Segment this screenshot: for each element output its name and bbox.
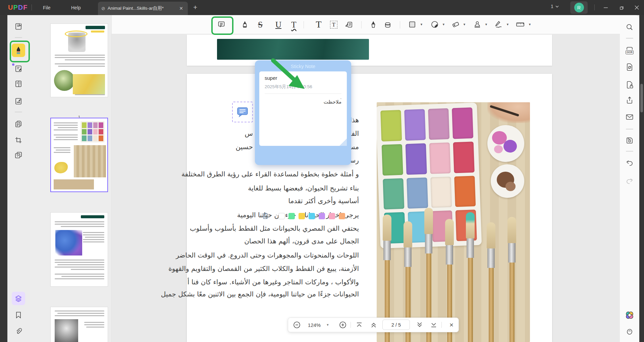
thumbnail-page-1[interactable]	[50, 23, 108, 97]
sidebar-item-crop[interactable]	[12, 133, 25, 147]
close-bar-button[interactable]: ✕	[449, 322, 453, 328]
sidebar-item-fill-sign[interactable]	[12, 95, 25, 108]
thumb2-palette	[80, 121, 105, 142]
minimize-button[interactable]	[598, 0, 613, 15]
panel-toggle-icon[interactable]	[623, 326, 636, 338]
sidebar-divider	[15, 37, 22, 38]
titlebar-divider	[594, 4, 595, 10]
protect-icon[interactable]	[623, 78, 636, 91]
menu-file[interactable]: File	[38, 0, 55, 15]
new-tab-button[interactable]: +	[193, 3, 197, 11]
chevron-down-icon	[555, 5, 559, 8]
note-color-swatch[interactable]	[278, 213, 285, 219]
paint-swatch	[452, 107, 473, 139]
zoom-level: 124%	[308, 322, 321, 328]
note-color-swatch[interactable]	[319, 213, 325, 219]
paint-swatch	[380, 110, 402, 141]
title-bar: UPDF File Help ⊘ Animal Paint...Skills-a…	[0, 0, 644, 15]
first-page-button[interactable]	[356, 322, 363, 328]
zoom-dropdown[interactable]: ▼	[326, 323, 329, 327]
shapes-tool[interactable]	[406, 18, 419, 31]
sidebar-item-bookmark[interactable]	[12, 308, 25, 322]
tag-tool[interactable]	[449, 18, 462, 31]
squiggly-underline-tool[interactable]: T	[287, 18, 301, 31]
window-right-edge	[639, 15, 644, 342]
avatar: R	[574, 3, 584, 12]
text-comment-tool[interactable]: T	[312, 18, 325, 31]
sticky-note-annotation[interactable]	[232, 102, 253, 122]
text-box-tool[interactable]: T	[327, 18, 340, 31]
note-color-swatch[interactable]	[288, 213, 295, 219]
sidebar-item-annotation-list[interactable]	[12, 292, 25, 305]
tag-dropdown[interactable]: ▼	[463, 23, 466, 26]
doc-text-line: و أمثلة خطوة بخطوة لمساعدة القراء على رؤ…	[181, 170, 359, 178]
sidebar-divider	[626, 38, 633, 39]
stamp-tool[interactable]	[471, 18, 484, 31]
restore-button[interactable]	[614, 0, 629, 15]
signature-dropdown[interactable]: ▼	[506, 23, 509, 26]
email-icon[interactable]	[623, 111, 636, 123]
sticker-dropdown[interactable]: ▼	[442, 23, 445, 26]
paint-swatch	[430, 176, 452, 208]
note-color-swatch[interactable]	[299, 213, 305, 219]
sidebar-divider	[626, 129, 633, 129]
text-callout-tool[interactable]	[342, 18, 356, 31]
page-number-box[interactable]: 2 / 5	[382, 320, 410, 330]
note-color-swatch[interactable]	[339, 213, 345, 219]
search-icon[interactable]	[623, 21, 636, 34]
note-color-swatch[interactable]	[329, 213, 335, 219]
round-palette-2	[491, 164, 524, 198]
document-tab[interactable]: ⊘ Animal Paint...Skills-ar自用* ✕	[98, 2, 188, 15]
sidebar-item-reader[interactable]	[12, 20, 25, 33]
measure-dropdown[interactable]: ▼	[528, 23, 531, 26]
thumbnail-page-3[interactable]	[50, 212, 108, 287]
tab-title: Animal Paint...Skills-ar自用*	[108, 5, 176, 11]
next-page-button[interactable]	[416, 322, 423, 328]
previous-page-button[interactable]	[370, 322, 377, 328]
paintbrush-photo	[377, 102, 530, 342]
eraser-tool[interactable]	[381, 18, 394, 31]
sidebar-item-page-tools[interactable]	[12, 117, 25, 131]
share-icon[interactable]	[623, 94, 636, 107]
redo-icon[interactable]	[623, 175, 636, 187]
doc-text-line: الحيوانات جزءًا من حياتنا اليومية، فإن ا…	[161, 290, 359, 298]
ai-assistant-icon[interactable]	[623, 309, 636, 322]
zoom-out-button[interactable]	[293, 321, 301, 329]
save-icon[interactable]	[623, 134, 636, 147]
doc-text-line: هذا	[350, 116, 359, 124]
delete-note-button[interactable]	[262, 212, 269, 220]
undo-icon[interactable]	[623, 157, 636, 169]
account-button[interactable]: R	[570, 1, 588, 14]
hand-with-brush	[487, 102, 530, 123]
stamp-dropdown[interactable]: ▼	[485, 23, 488, 26]
underline-tool[interactable]: U	[272, 18, 285, 31]
pencil-tool[interactable]	[367, 18, 380, 31]
thumbnail-page-2[interactable]	[50, 118, 108, 192]
page-indicator: 2 / 5	[391, 322, 401, 328]
updf-logo: UPDF	[8, 4, 28, 11]
not-synced-icon: ⊘	[101, 6, 105, 11]
menu-help[interactable]: Help	[66, 0, 86, 15]
window-close-button[interactable]	[629, 0, 644, 15]
sticker-tool[interactable]	[428, 18, 441, 31]
zoom-in-button[interactable]	[339, 321, 347, 329]
scrollbar-thumb[interactable]	[640, 84, 643, 112]
compress-icon[interactable]	[623, 61, 636, 73]
thumbnail-page-4[interactable]	[50, 307, 108, 342]
ocr-icon[interactable]: OCR	[623, 44, 636, 57]
sidebar-item-convert[interactable]	[12, 148, 25, 162]
sidebar-item-organize-pages[interactable]	[12, 77, 25, 91]
sidebar-item-attachment[interactable]	[12, 325, 25, 338]
signature-tool[interactable]	[492, 18, 505, 31]
strikethrough-tool[interactable]: S	[254, 18, 267, 31]
doc-text-line: يحتفي الفن المصري بالحيوانات مثل القطط ب…	[190, 224, 359, 232]
paint-swatch	[383, 178, 404, 210]
last-page-button[interactable]	[430, 322, 437, 328]
tab-count-dropdown[interactable]: 1	[551, 4, 559, 9]
highlight-tool[interactable]	[238, 18, 252, 31]
sidebar-divider	[626, 151, 633, 152]
tab-close-icon[interactable]: ✕	[178, 5, 184, 12]
measure-tool[interactable]	[514, 18, 527, 31]
note-color-swatch[interactable]	[309, 213, 315, 219]
shapes-dropdown[interactable]: ▼	[420, 23, 423, 26]
